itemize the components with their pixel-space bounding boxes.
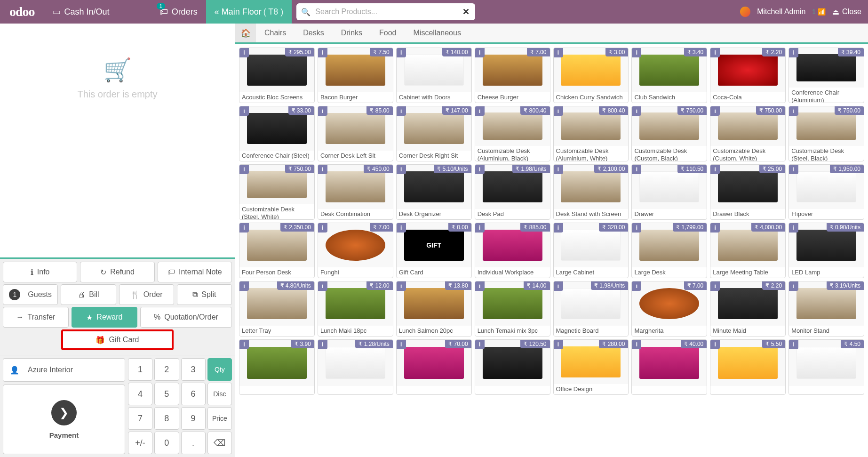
key-8[interactable]: 8 bbox=[154, 407, 179, 430]
product-card[interactable]: i₹ 1,950.00Flipover bbox=[788, 164, 864, 220]
product-info-icon[interactable]: i bbox=[554, 223, 563, 233]
search-clear-icon[interactable]: ✕ bbox=[462, 7, 470, 17]
product-info-icon[interactable]: i bbox=[239, 223, 249, 233]
cash-in-out-button[interactable]: ▭ Cash In/Out bbox=[44, 0, 118, 24]
product-card[interactable]: i₹ 13.80Lunch Salmon 20pc bbox=[396, 281, 472, 337]
product-card[interactable]: i₹ 2.20Coca-Cola bbox=[710, 48, 786, 103]
product-card[interactable]: i₹ 25.00Drawer Black bbox=[710, 164, 786, 220]
product-card[interactable]: i₹ 1,799.00Large Desk bbox=[631, 223, 707, 278]
product-info-icon[interactable]: i bbox=[632, 340, 641, 349]
product-card[interactable]: i₹ 120.50 bbox=[475, 339, 550, 395]
product-info-icon[interactable]: i bbox=[789, 340, 798, 349]
product-card[interactable]: i₹ 7.00Margherita bbox=[631, 281, 707, 337]
product-card[interactable]: i₹ 800.40Customizable Desk (Aluminium, B… bbox=[475, 106, 550, 161]
product-info-icon[interactable]: i bbox=[239, 165, 249, 174]
category-tab-drinks[interactable]: Drinks bbox=[333, 24, 371, 42]
home-tab[interactable]: 🏠 bbox=[235, 24, 256, 42]
product-info-icon[interactable]: i bbox=[397, 281, 406, 291]
product-card[interactable]: i₹ 450.00Desk Combination bbox=[318, 164, 393, 220]
product-card[interactable]: i₹ 12.00Lunch Maki 18pc bbox=[318, 281, 393, 337]
product-card[interactable]: i₹ 2,100.00Desk Stand with Screen bbox=[553, 164, 629, 220]
customer-button[interactable]: 👤 Azure Interior bbox=[3, 358, 125, 382]
split-button[interactable]: ⧉Split bbox=[177, 284, 232, 305]
product-info-icon[interactable]: i bbox=[710, 48, 720, 57]
product-info-icon[interactable]: i bbox=[710, 165, 720, 174]
product-card[interactable]: i₹ 0.00GIFTGift Card bbox=[396, 223, 472, 278]
product-info-icon[interactable]: i bbox=[710, 106, 720, 116]
close-button[interactable]: ⏏ Close bbox=[832, 8, 861, 16]
product-card[interactable]: i₹ 7.00Funghi bbox=[318, 223, 393, 278]
product-info-icon[interactable]: i bbox=[554, 340, 563, 349]
product-info-icon[interactable]: i bbox=[397, 340, 406, 349]
payment-button[interactable]: ❯ Payment bbox=[3, 385, 125, 454]
product-card[interactable]: i₹ 3.90 bbox=[239, 339, 315, 395]
product-card[interactable]: i₹ 14.00Lunch Temaki mix 3pc bbox=[475, 281, 550, 337]
product-card[interactable]: i₹ 3.00Chicken Curry Sandwich bbox=[553, 48, 629, 103]
product-card[interactable]: i₹ 40.00 bbox=[631, 339, 707, 395]
product-info-icon[interactable]: i bbox=[475, 340, 485, 349]
product-card[interactable]: i₹ 280.00Office Design bbox=[553, 339, 629, 395]
product-info-icon[interactable]: i bbox=[475, 223, 485, 233]
product-info-icon[interactable]: i bbox=[318, 165, 327, 174]
product-card[interactable]: i₹ 140.00Cabinet with Doors bbox=[396, 48, 472, 103]
product-card[interactable]: i₹ 33.00Conference Chair (Steel) bbox=[239, 106, 315, 161]
gift-card-button[interactable]: 🎁Gift Card bbox=[61, 329, 174, 350]
product-card[interactable]: i₹ 2,350.00Four Person Desk bbox=[239, 223, 315, 278]
product-card[interactable]: i₹ 800.40Customizable Desk (Aluminium, W… bbox=[553, 106, 629, 161]
product-card[interactable]: i₹ 7.50Bacon Burger bbox=[318, 48, 393, 103]
user-name[interactable]: Mitchell Admin bbox=[757, 8, 805, 16]
product-info-icon[interactable]: i bbox=[475, 165, 485, 174]
product-info-icon[interactable]: i bbox=[632, 48, 641, 57]
product-card[interactable]: i₹ 147.00Corner Desk Right Sit bbox=[396, 106, 472, 161]
product-card[interactable]: i₹ 1.28/Units bbox=[318, 339, 393, 395]
product-card[interactable]: i₹ 4.50 bbox=[788, 339, 864, 395]
key-3[interactable]: 3 bbox=[181, 358, 206, 381]
refund-button[interactable]: ↻Refund bbox=[80, 262, 154, 282]
product-info-icon[interactable]: i bbox=[710, 281, 720, 291]
product-info-icon[interactable]: i bbox=[710, 223, 720, 233]
guests-button[interactable]: 1Guests bbox=[3, 284, 58, 305]
product-card[interactable]: i₹ 3.19/UnitsMonitor Stand bbox=[788, 281, 864, 337]
key-backspace[interactable]: ⌫ bbox=[207, 432, 232, 454]
mode-price[interactable]: Price bbox=[207, 407, 232, 430]
key-9[interactable]: 9 bbox=[181, 407, 206, 430]
product-info-icon[interactable]: i bbox=[632, 106, 641, 116]
orders-button[interactable]: 1 🏷 Orders bbox=[151, 0, 206, 24]
product-card[interactable]: i₹ 7.00Cheese Burger bbox=[475, 48, 550, 103]
product-card[interactable]: i₹ 885.00Individual Workplace bbox=[475, 223, 550, 278]
product-info-icon[interactable]: i bbox=[554, 106, 563, 116]
product-info-icon[interactable]: i bbox=[239, 48, 249, 57]
product-info-icon[interactable]: i bbox=[554, 281, 563, 291]
product-info-icon[interactable]: i bbox=[632, 223, 641, 233]
key-2[interactable]: 2 bbox=[154, 358, 179, 381]
product-card[interactable]: i₹ 5.50 bbox=[710, 339, 786, 395]
product-info-icon[interactable]: i bbox=[239, 340, 249, 349]
product-card[interactable]: i₹ 750.00Customizable Desk (Custom, Whit… bbox=[710, 106, 786, 161]
category-tab-chairs[interactable]: Chairs bbox=[256, 24, 295, 42]
order-button[interactable]: 🍴Order bbox=[119, 284, 174, 305]
key-dot[interactable]: . bbox=[181, 432, 206, 454]
key-4[interactable]: 4 bbox=[128, 383, 152, 405]
product-info-icon[interactable]: i bbox=[318, 340, 327, 349]
product-info-icon[interactable]: i bbox=[397, 48, 406, 57]
product-info-icon[interactable]: i bbox=[318, 223, 327, 233]
product-info-icon[interactable]: i bbox=[789, 106, 798, 116]
key-plusminus[interactable]: +/- bbox=[128, 432, 152, 454]
product-info-icon[interactable]: i bbox=[318, 48, 327, 57]
info-button[interactable]: ℹInfo bbox=[3, 262, 77, 282]
product-card[interactable]: i₹ 295.00Acoustic Bloc Screens bbox=[239, 48, 315, 103]
mode-disc[interactable]: Disc bbox=[207, 383, 232, 405]
internal-note-button[interactable]: 🏷Internal Note bbox=[158, 262, 232, 282]
product-card[interactable]: i₹ 70.00 bbox=[396, 339, 472, 395]
key-6[interactable]: 6 bbox=[181, 383, 206, 405]
product-info-icon[interactable]: i bbox=[475, 281, 485, 291]
product-info-icon[interactable]: i bbox=[789, 281, 798, 291]
product-info-icon[interactable]: i bbox=[239, 281, 249, 291]
product-info-icon[interactable]: i bbox=[239, 106, 249, 116]
product-card[interactable]: i₹ 750.00Customizable Desk (Steel, White… bbox=[239, 164, 315, 220]
product-card[interactable]: i₹ 110.50Drawer bbox=[631, 164, 707, 220]
product-card[interactable]: i₹ 1.98/UnitsDesk Pad bbox=[475, 164, 550, 220]
product-card[interactable]: i₹ 3.40Club Sandwich bbox=[631, 48, 707, 103]
product-info-icon[interactable]: i bbox=[318, 281, 327, 291]
product-info-icon[interactable]: i bbox=[554, 165, 563, 174]
